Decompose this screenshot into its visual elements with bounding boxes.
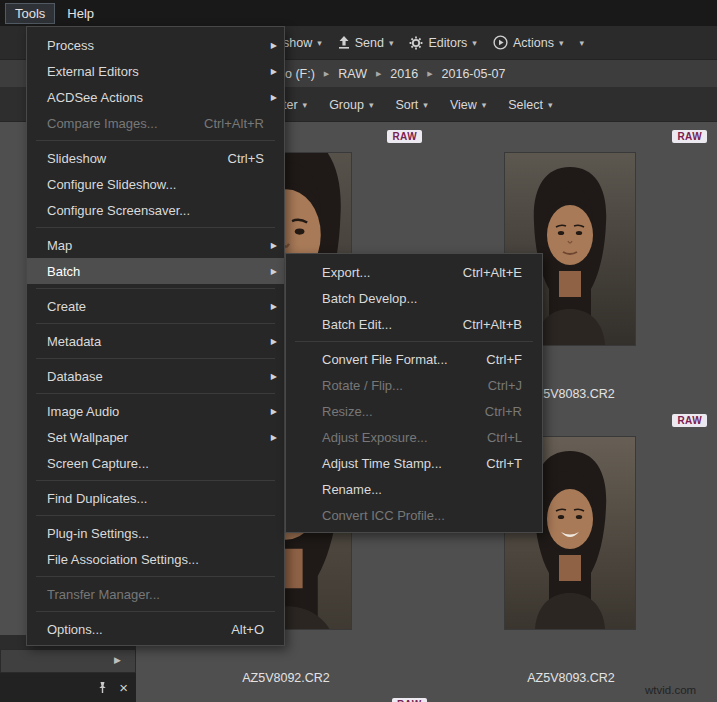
menu-item-create[interactable]: Create ▶ — [27, 293, 284, 319]
menu-item-external-editors[interactable]: External Editors ▶ — [27, 58, 284, 84]
menu-item-label: Database — [47, 369, 103, 384]
scroll-right-icon[interactable]: ▶ — [114, 655, 121, 665]
menu-item-label: Find Duplicates... — [47, 491, 147, 506]
menu-item-label: Plug-in Settings... — [47, 526, 149, 541]
menu-item-configure-slideshow[interactable]: Configure Slideshow... — [27, 171, 284, 197]
menu-item-batch[interactable]: Batch ▶ — [27, 258, 284, 284]
menu-item-slideshow[interactable]: Slideshow Ctrl+S — [27, 145, 284, 171]
breadcrumb-arrow-icon: ▶ — [376, 70, 381, 78]
menu-item-shortcut: Ctrl+R — [485, 404, 522, 419]
menu-item-label: Compare Images... — [47, 116, 158, 131]
sort-dropdown[interactable]: Sort ▾ — [395, 98, 427, 112]
menu-item-label: Rotate / Flip... — [322, 378, 403, 393]
menu-separator — [36, 323, 275, 324]
menu-item-label: Batch Edit... — [322, 317, 392, 332]
breadcrumb-segment[interactable]: o (F:) — [285, 67, 315, 81]
gear-icon — [409, 36, 423, 50]
toolbar-button-send[interactable]: Send ▾ — [338, 36, 394, 50]
toolbar-button-label: Editors — [428, 36, 467, 50]
menu-item-set-wallpaper[interactable]: Set Wallpaper ▶ — [27, 424, 284, 450]
pane-header: × — [0, 673, 136, 702]
submenu-arrow-icon: ▶ — [271, 372, 277, 381]
menu-item-shortcut: Ctrl+L — [487, 430, 522, 445]
menu-item-label: ACDSee Actions — [47, 90, 143, 105]
breadcrumb-segment[interactable]: RAW — [338, 67, 367, 81]
menubar-item-tools[interactable]: Tools — [5, 3, 55, 24]
view-dropdown[interactable]: View ▾ — [450, 98, 486, 112]
menu-item-shortcut: Ctrl+Alt+E — [463, 265, 522, 280]
menu-item-label: Adjust Exposure... — [322, 430, 428, 445]
menu-item-label: Set Wallpaper — [47, 430, 128, 445]
menu-item-label: File Association Settings... — [47, 552, 199, 567]
menu-item-find-duplicates[interactable]: Find Duplicates... — [27, 485, 284, 511]
menu-item-plugin-settings[interactable]: Plug-in Settings... — [27, 520, 284, 546]
menu-separator — [36, 576, 275, 577]
submenu-arrow-icon: ▶ — [271, 241, 277, 250]
menu-item-label: Metadata — [47, 334, 101, 349]
breadcrumb-segment[interactable]: 2016-05-07 — [442, 67, 506, 81]
menu-item-batch-edit[interactable]: Batch Edit... Ctrl+Alt+B — [286, 311, 542, 337]
menu-item-shortcut: Ctrl+J — [488, 378, 522, 393]
horizontal-scrollbar[interactable]: ▶ — [0, 649, 136, 673]
menu-item-convert-file-format[interactable]: Convert File Format... Ctrl+F — [286, 346, 542, 372]
menu-separator — [36, 515, 275, 516]
menu-separator — [36, 611, 275, 612]
menu-separator — [295, 341, 533, 342]
raw-badge: RAW — [387, 130, 422, 143]
toolbar-button-label: Actions — [513, 36, 554, 50]
menu-item-export[interactable]: Export... Ctrl+Alt+E — [286, 259, 542, 285]
menu-item-label: Batch — [47, 264, 80, 279]
menubar-item-help[interactable]: Help — [57, 3, 104, 24]
menu-item-label: Transfer Manager... — [47, 587, 160, 602]
menu-item-batch-develop[interactable]: Batch Develop... — [286, 285, 542, 311]
menu-item-shortcut: Ctrl+S — [228, 151, 264, 166]
dropdown-label: Select — [508, 98, 543, 112]
breadcrumb-segment[interactable]: 2016 — [390, 67, 418, 81]
menu-item-map[interactable]: Map ▶ — [27, 232, 284, 258]
select-dropdown[interactable]: Select ▾ — [508, 98, 552, 112]
menu-separator — [36, 358, 275, 359]
toolbar-button-slideshow-partial[interactable]: show ▾ — [283, 36, 322, 50]
menu-item-file-association-settings[interactable]: File Association Settings... — [27, 546, 284, 572]
send-icon — [338, 36, 350, 49]
menu-separator — [36, 227, 275, 228]
menu-item-screen-capture[interactable]: Screen Capture... — [27, 450, 284, 476]
filter-dropdown-partial[interactable]: ter ▾ — [283, 98, 307, 112]
menu-item-label: Screen Capture... — [47, 456, 149, 471]
menu-item-label: Convert ICC Profile... — [322, 508, 445, 523]
menu-item-image-audio[interactable]: Image Audio ▶ — [27, 398, 284, 424]
submenu-arrow-icon: ▶ — [271, 302, 277, 311]
menu-item-database[interactable]: Database ▶ — [27, 363, 284, 389]
menu-item-adjust-exposure: Adjust Exposure... Ctrl+L — [286, 424, 542, 450]
toolbar-button-editors[interactable]: Editors ▾ — [409, 36, 476, 50]
chevron-down-icon: ▾ — [482, 100, 487, 110]
menu-item-shortcut: Alt+O — [231, 622, 264, 637]
thumbnail-filename: AZ5V8092.CR2 — [144, 671, 428, 685]
chevron-down-icon: ▾ — [472, 38, 477, 48]
menu-item-rename[interactable]: Rename... — [286, 476, 542, 502]
menu-item-metadata[interactable]: Metadata ▶ — [27, 328, 284, 354]
toolbar-overflow-chevron-icon[interactable]: ▾ — [579, 38, 584, 48]
menu-item-label: Export... — [322, 265, 370, 280]
menu-bar: Tools Help — [0, 0, 717, 26]
submenu-arrow-icon: ▶ — [271, 67, 277, 76]
raw-badge: RAW — [672, 130, 707, 143]
menu-item-label: Options... — [47, 622, 103, 637]
group-dropdown[interactable]: Group ▾ — [329, 98, 373, 112]
menu-item-options[interactable]: Options... Alt+O — [27, 616, 284, 642]
menu-item-acdsee-actions[interactable]: ACDSee Actions ▶ — [27, 84, 284, 110]
menu-separator — [36, 288, 275, 289]
menu-item-configure-screensaver[interactable]: Configure Screensaver... — [27, 197, 284, 223]
toolbar-button-actions[interactable]: Actions ▾ — [493, 35, 564, 50]
chevron-down-icon: ▾ — [548, 100, 553, 110]
menu-item-process[interactable]: Process ▶ — [27, 32, 284, 58]
pin-icon[interactable] — [96, 681, 109, 694]
submenu-arrow-icon: ▶ — [271, 267, 277, 276]
raw-badge: RAW — [392, 698, 427, 702]
menu-item-label: Configure Screensaver... — [47, 203, 190, 218]
menu-item-adjust-time-stamp[interactable]: Adjust Time Stamp... Ctrl+T — [286, 450, 542, 476]
menu-item-label: Adjust Time Stamp... — [322, 456, 442, 471]
submenu-arrow-icon: ▶ — [271, 41, 277, 50]
close-icon[interactable]: × — [119, 680, 128, 695]
chevron-down-icon: ▾ — [423, 100, 428, 110]
